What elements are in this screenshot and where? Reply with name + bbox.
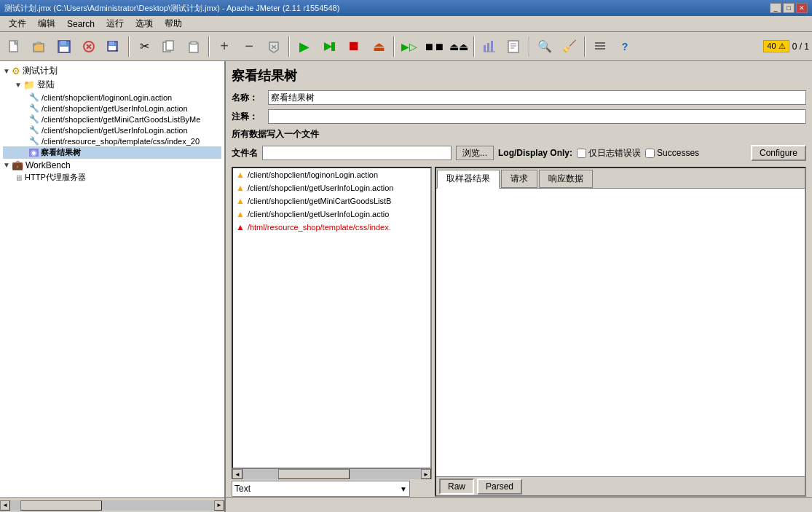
- script-icon-5: 🔧: [29, 136, 39, 146]
- warning-icon-3: ▲: [236, 196, 245, 206]
- warning-icon-1: ▲: [236, 170, 245, 180]
- error-only-label[interactable]: 仅日志错误误: [577, 147, 641, 159]
- result-item-4[interactable]: ▲ /client/shopclient/getUserInfoLogin.ac…: [233, 208, 430, 221]
- remote-stop-button[interactable]: ⏹⏹: [422, 35, 446, 58]
- svg-rect-14: [166, 41, 173, 50]
- menu-options[interactable]: 选项: [130, 16, 159, 31]
- tab-response-data[interactable]: 响应数据: [539, 170, 593, 188]
- script-icon-2: 🔧: [29, 103, 39, 113]
- tree-item-http-proxy[interactable]: 🖥 HTTP代理服务器: [3, 171, 221, 184]
- save-button[interactable]: [52, 35, 76, 58]
- scroll-track[interactable]: [243, 469, 421, 479]
- response-tabs: 取样器结果 请求 响应数据: [436, 168, 805, 189]
- successes-label[interactable]: Successes: [645, 148, 699, 158]
- svg-rect-26: [508, 41, 519, 52]
- parsed-button[interactable]: Parsed: [477, 478, 522, 495]
- separator-3: [288, 36, 290, 57]
- close-button[interactable]: ✕: [796, 3, 808, 13]
- results-panel: ▲ /client/shopclient/loginonLogin.action…: [232, 167, 432, 469]
- menu-edit[interactable]: 编辑: [32, 16, 61, 31]
- menu-help[interactable]: 帮助: [159, 16, 188, 31]
- file-name-label: 文件名: [232, 147, 258, 159]
- window-title: 测试计划.jmx (C:\Users\Administrator\Desktop…: [4, 3, 339, 14]
- report-button[interactable]: [502, 35, 526, 58]
- paste-button[interactable]: [182, 35, 205, 58]
- tree-item-3[interactable]: 🔧 /client/shopclient/getMiniCartGoodsLis…: [3, 114, 221, 125]
- list-button[interactable]: [588, 35, 612, 58]
- cut-button[interactable]: ✂: [133, 35, 156, 58]
- menu-run[interactable]: 运行: [100, 16, 130, 31]
- start-no-pause-button[interactable]: [318, 35, 341, 58]
- new-button[interactable]: [3, 35, 26, 58]
- results-hscroll[interactable]: ◄ ►: [232, 469, 432, 479]
- tree-item-5[interactable]: 🔧 /client/resource_shop/template/css/ind…: [3, 135, 221, 146]
- tree-item-workbench[interactable]: ▼ 💼 WorkBench: [3, 159, 221, 171]
- analyze-button[interactable]: [478, 35, 501, 58]
- main-container: ▼ ⚙ 测试计划 ▼ 📁 登陆 🔧 /client/shopclient/log…: [0, 61, 812, 497]
- tab-sampler-results[interactable]: 取样器结果: [437, 170, 500, 189]
- tree-item-4[interactable]: 🔧 /client/shopclient/getUserInfoLogin.ac…: [3, 125, 221, 135]
- result-item-2[interactable]: ▲ /client/shopclient/getUserInfoLogin.ac…: [233, 181, 430, 194]
- minimize-button[interactable]: _: [770, 3, 781, 13]
- tree-item-results-tree[interactable]: ◉ 察看结果树: [3, 146, 221, 159]
- result-item-1[interactable]: ▲ /client/shopclient/loginonLogin.action: [233, 168, 430, 181]
- scroll-right-btn[interactable]: ►: [421, 469, 431, 479]
- text-dropdown-row: Text ▼: [232, 481, 432, 497]
- open-button[interactable]: [28, 35, 51, 58]
- comment-input[interactable]: [268, 109, 806, 124]
- remote-shutdown-button[interactable]: ⏏⏏: [447, 35, 470, 58]
- save-as-button[interactable]: +: [102, 35, 125, 58]
- browse-button[interactable]: 浏览...: [456, 146, 494, 160]
- remove-button[interactable]: −: [237, 35, 261, 58]
- clear-all-button[interactable]: 🧹: [558, 35, 581, 58]
- configure-button[interactable]: Configure: [751, 145, 806, 161]
- tree-item-2[interactable]: 🔧 /client/shopclient/getUserInfoLogin.ac…: [3, 103, 221, 114]
- remote-start-button[interactable]: ▶▷: [398, 35, 421, 58]
- separator-5: [473, 36, 475, 57]
- file-name-input[interactable]: [262, 146, 452, 160]
- scroll-thumb[interactable]: [278, 469, 350, 479]
- title-bar: 测试计划.jmx (C:\Users\Administrator\Desktop…: [0, 0, 812, 16]
- left-scroll-right[interactable]: ►: [214, 500, 224, 511]
- right-panel: 察看结果树 名称： 注释： 所有数据写入一个文件 文件名 浏览... Log/D…: [226, 61, 812, 497]
- result-item-3[interactable]: ▲ /client/shopclient/getMiniCartGoodsLis…: [233, 194, 430, 208]
- expand-icon: ▼: [3, 67, 10, 75]
- comment-label: 注释：: [232, 111, 268, 123]
- maximize-button[interactable]: □: [783, 3, 795, 13]
- result-item-5[interactable]: ▲ /html/resource_shop/template/css/index…: [233, 221, 430, 234]
- help-button[interactable]: ?: [613, 35, 636, 58]
- response-content: [436, 189, 805, 476]
- svg-text:+: +: [115, 47, 119, 54]
- tree-item-1[interactable]: 🔧 /client/shopclient/loginonLogin.action: [3, 92, 221, 103]
- revert-button[interactable]: [77, 35, 100, 58]
- left-scroll-thumb[interactable]: [20, 500, 102, 511]
- raw-button[interactable]: Raw: [439, 478, 474, 495]
- eye-icon: ◉: [29, 149, 39, 157]
- tree-item-login-group[interactable]: ▼ 📁 登陆: [3, 78, 221, 92]
- tree-item-test-plan[interactable]: ▼ ⚙ 测试计划: [3, 64, 221, 78]
- error-only-checkbox[interactable]: [577, 149, 586, 158]
- menu-search[interactable]: Search: [61, 17, 100, 31]
- successes-checkbox[interactable]: [645, 149, 655, 158]
- toolbar: + ✂ + − ▶ ⏹ ⏏ ▶▷ ⏹⏹ ⏏⏏ 🔍 🧹 ? 40 ⚠ 0 / 1: [0, 32, 812, 61]
- scroll-left-btn[interactable]: ◄: [232, 469, 243, 479]
- shutdown-button[interactable]: ⏏: [367, 35, 390, 58]
- text-dropdown[interactable]: Text ▼: [232, 481, 410, 497]
- clear-button[interactable]: [262, 35, 285, 58]
- name-input[interactable]: [268, 90, 806, 105]
- folder-icon: 📁: [23, 79, 35, 90]
- workbench-icon: 💼: [12, 159, 23, 170]
- tab-request[interactable]: 请求: [501, 170, 537, 188]
- left-scroll-track[interactable]: [10, 500, 214, 511]
- add-button[interactable]: +: [213, 35, 236, 58]
- search-button[interactable]: 🔍: [533, 35, 556, 58]
- left-scroll-left[interactable]: ◄: [0, 500, 10, 511]
- stop-button[interactable]: ⏹: [342, 35, 366, 58]
- server-icon: 🖥: [15, 173, 23, 182]
- warning-icon-4: ▲: [236, 209, 245, 219]
- script-icon-4: 🔧: [29, 125, 39, 135]
- menu-file[interactable]: 文件: [3, 16, 32, 31]
- copy-button[interactable]: [157, 35, 181, 58]
- start-button[interactable]: ▶: [293, 35, 316, 58]
- expand-icon-workbench: ▼: [3, 161, 10, 169]
